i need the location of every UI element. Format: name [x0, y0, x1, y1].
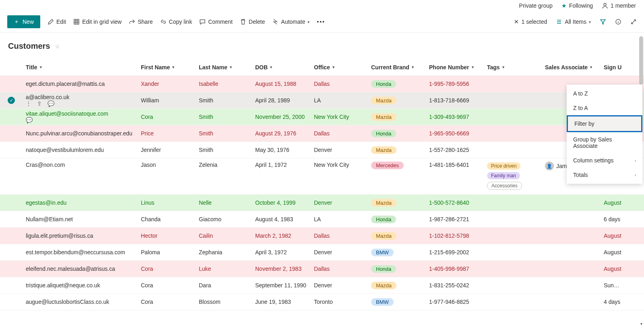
- group-by-sales-associate[interactable]: Group by Sales Associate: [567, 132, 642, 153]
- cell-title[interactable]: Nullam@Etiam.net: [23, 216, 138, 222]
- brand-pill: Mazda: [371, 282, 396, 289]
- table-row[interactable]: ✓a@aclibero.co.uk⋮⇪💬WilliamSmithApril 28…: [0, 92, 644, 109]
- brand-pill: Mazda: [371, 113, 396, 121]
- row-selector[interactable]: ✓: [0, 97, 23, 104]
- column-header-sales-associate[interactable]: Sales Associate▾: [542, 64, 601, 71]
- column-header-tags[interactable]: Tags▾: [484, 64, 542, 71]
- share-icon: [129, 19, 135, 25]
- cell-office: New York City: [311, 114, 368, 120]
- cell-brand: Mazda: [368, 199, 426, 207]
- column-header-brand[interactable]: Current Brand▾: [368, 64, 426, 71]
- column-header-signup[interactable]: Sign U: [601, 64, 625, 71]
- pencil-icon: [47, 19, 54, 25]
- table-row[interactable]: natoque@vestibulumlorem.eduJenniferSmith…: [0, 142, 644, 158]
- comment-icon[interactable]: 💬: [47, 100, 54, 107]
- view-selector[interactable]: All Items ▾: [556, 19, 591, 25]
- column-header-firstname[interactable]: First Name▾: [138, 64, 196, 71]
- cell-brand: Mercedes: [368, 162, 426, 169]
- cell-title[interactable]: eleifend.nec.malesuada@atrisus.ca: [23, 266, 138, 272]
- chevron-down-icon: ▾: [589, 20, 591, 24]
- favorite-star-icon[interactable]: ☆: [55, 43, 60, 50]
- expand-button[interactable]: [630, 19, 637, 25]
- chevron-down-icon: ▾: [308, 20, 310, 24]
- filter-pane-button[interactable]: [600, 19, 606, 25]
- cell-office: LA: [311, 216, 368, 222]
- cell-brand: Honda: [368, 265, 426, 273]
- cell-phone: 1-215-699-2002: [426, 249, 484, 255]
- column-header-title[interactable]: Title▾: [23, 64, 138, 71]
- cell-title[interactable]: Nunc.pulvinar.arcu@conubianostraper.edu: [23, 130, 138, 137]
- table-row[interactable]: ligula.elit.pretium@risus.caHectorCailin…: [0, 228, 644, 244]
- cell-phone: 1-995-789-5956: [426, 81, 484, 87]
- new-button[interactable]: ＋ New: [7, 15, 40, 28]
- table-row[interactable]: eleifend.nec.malesuada@atrisus.caCoraLuk…: [0, 261, 644, 277]
- table-row[interactable]: est.tempor.bibendum@neccursusa.comPaloma…: [0, 244, 644, 261]
- cell-title[interactable]: a@aclibero.co.uk⋮⇪💬: [23, 94, 138, 107]
- cell-tags: [484, 267, 542, 270]
- column-header-dob[interactable]: DOB▾: [252, 64, 311, 71]
- share-icon[interactable]: ⇪: [37, 100, 42, 107]
- table-row[interactable]: egestas@in.eduLinusNelleOctober 4, 1999D…: [0, 195, 644, 211]
- comment-icon[interactable]: 💬: [26, 117, 134, 123]
- cell-title[interactable]: eget.dictum.placerat@mattis.ca: [23, 81, 138, 87]
- cell-tags: [484, 82, 542, 85]
- filter-by[interactable]: Filter by: [567, 115, 642, 132]
- chevron-right-icon: ›: [635, 173, 636, 177]
- delete-button[interactable]: Delete: [240, 19, 265, 25]
- copy-link-button[interactable]: Copy link: [160, 19, 192, 25]
- following-toggle[interactable]: ★Following: [561, 2, 593, 9]
- clear-selection-button[interactable]: ✕ 1 selected: [514, 19, 547, 25]
- column-header-lastname[interactable]: Last Name▾: [196, 64, 252, 71]
- totals[interactable]: Totals›: [567, 168, 642, 182]
- cell-title[interactable]: est.tempor.bibendum@neccursusa.com: [23, 249, 138, 255]
- cell-office: Dallas: [311, 266, 368, 272]
- table-row[interactable]: augue@luctuslobortisClass.co.ukCoraBloss…: [0, 294, 644, 310]
- cell-title[interactable]: tristique.aliquet@neque.co.uk: [23, 282, 138, 289]
- cell-title[interactable]: augue@luctuslobortisClass.co.uk: [23, 299, 138, 305]
- column-header-phone[interactable]: Phone Number▾: [426, 64, 484, 71]
- cell-title[interactable]: vitae.aliquet@sociisnatoque.com💬: [23, 110, 138, 123]
- svg-point-0: [604, 3, 606, 6]
- cell-dob: August 29, 1976: [252, 130, 311, 137]
- table-row[interactable]: Nullam@Etiam.netChandaGiacomoAugust 4, 1…: [0, 211, 644, 228]
- table-row[interactable]: Nunc.pulvinar.arcu@conubianostraper.eduP…: [0, 125, 644, 142]
- cell-tags: [484, 132, 542, 135]
- cell-tags: [484, 115, 542, 118]
- cell-last-name: Zephania: [196, 249, 252, 255]
- table-row[interactable]: eget.dictum.placerat@mattis.caXanderIsab…: [0, 76, 644, 92]
- ellipsis-icon[interactable]: ⋮: [26, 100, 31, 107]
- members-link[interactable]: 1 member: [602, 2, 636, 9]
- edit-button[interactable]: Edit: [47, 19, 66, 25]
- chevron-down-icon: ▾: [40, 65, 42, 69]
- sort-z-to-a[interactable]: Z to A: [567, 101, 642, 115]
- table-row[interactable]: Cras@non.comJasonZeleniaApril 1, 1972New…: [0, 158, 644, 195]
- cell-dob: August 4, 1983: [252, 216, 311, 222]
- column-header-office[interactable]: Office▾: [311, 64, 368, 71]
- cell-title[interactable]: natoque@vestibulumlorem.edu: [23, 147, 138, 153]
- cell-first-name: Hector: [138, 233, 196, 239]
- chevron-down-icon: ▾: [412, 65, 414, 69]
- edit-grid-button[interactable]: Edit in grid view: [73, 19, 122, 25]
- cell-title[interactable]: ligula.elit.pretium@risus.ca: [23, 233, 138, 239]
- table-row[interactable]: vitae.aliquet@sociisnatoque.com💬CoraSmit…: [0, 109, 644, 125]
- cell-signup: 6 days: [601, 216, 625, 222]
- cell-last-name: Smith: [196, 130, 252, 137]
- cell-title[interactable]: egestas@in.edu: [23, 199, 138, 206]
- cell-title[interactable]: Cras@non.com: [23, 162, 138, 168]
- comment-button[interactable]: Comment: [199, 19, 233, 25]
- scrollbar-thumb[interactable]: [639, 36, 643, 85]
- overflow-button[interactable]: •••: [317, 19, 325, 25]
- page-title: Customers: [8, 42, 50, 51]
- share-button[interactable]: Share: [129, 19, 153, 25]
- automate-button[interactable]: Automate ▾: [272, 19, 310, 25]
- chevron-down-icon: ▾: [332, 65, 334, 69]
- cell-last-name: Isabelle: [196, 81, 252, 87]
- sort-a-to-z[interactable]: A to Z: [567, 86, 642, 101]
- column-settings[interactable]: Column settings›: [567, 153, 642, 168]
- chevron-down-icon: ▾: [172, 65, 174, 69]
- cell-first-name: Jason: [138, 162, 196, 168]
- info-pane-button[interactable]: [615, 19, 621, 25]
- table-row[interactable]: tristique.aliquet@neque.co.ukCoraDaraSep…: [0, 277, 644, 294]
- command-bar: ＋ New Edit Edit in grid view Share Copy …: [0, 11, 644, 33]
- cell-brand: Honda: [368, 216, 426, 223]
